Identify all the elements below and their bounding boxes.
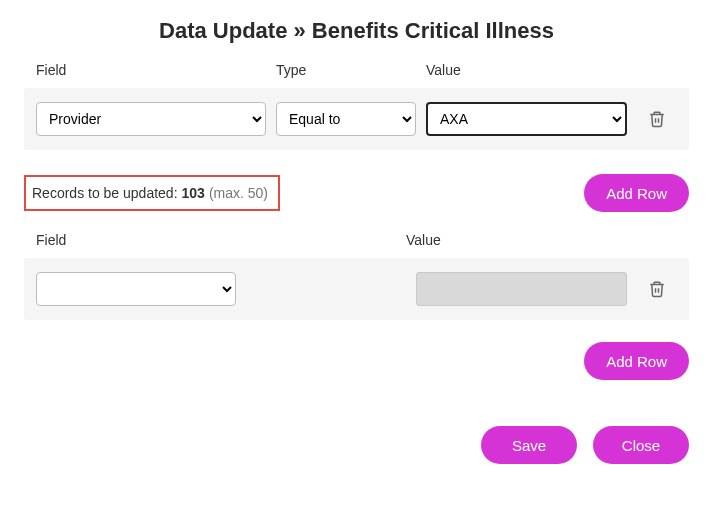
filter-field-select[interactable]: Provider <box>36 102 266 136</box>
filter-row: Provider Equal to AXA <box>24 88 689 150</box>
filter-type-select[interactable]: Equal to <box>276 102 416 136</box>
filter-value-select[interactable]: AXA <box>426 102 627 136</box>
update-header-value: Value <box>406 232 627 248</box>
update-headers: Field Value <box>24 232 689 248</box>
records-label: Records to be updated: <box>32 185 178 201</box>
close-button[interactable]: Close <box>593 426 689 464</box>
records-status: Records to be updated: 103 (max. 50) <box>24 175 280 211</box>
update-value-field <box>416 272 627 306</box>
add-row-button[interactable]: Add Row <box>584 342 689 380</box>
filter-header-type: Type <box>276 62 416 78</box>
filter-headers: Field Type Value <box>24 62 689 78</box>
update-header-field: Field <box>36 232 396 248</box>
update-field-select[interactable] <box>36 272 236 306</box>
save-button[interactable]: Save <box>481 426 577 464</box>
page-title: Data Update » Benefits Critical Illness <box>24 18 689 44</box>
filter-header-value: Value <box>426 62 627 78</box>
trash-icon[interactable] <box>637 109 677 129</box>
filter-header-field: Field <box>36 62 266 78</box>
update-row <box>24 258 689 320</box>
records-max: (max. 50) <box>209 185 268 201</box>
add-row-button[interactable]: Add Row <box>584 174 689 212</box>
trash-icon[interactable] <box>637 279 677 299</box>
records-count: 103 <box>182 185 205 201</box>
